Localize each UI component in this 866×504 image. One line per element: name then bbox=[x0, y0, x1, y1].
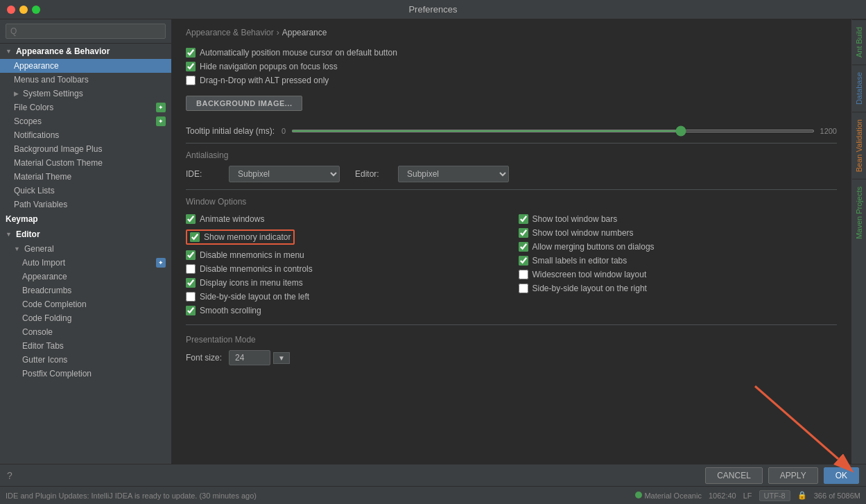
background-image-button[interactable]: BACKGROUND IMAGE... bbox=[186, 96, 302, 111]
checkbox-widescreen-input[interactable] bbox=[519, 270, 528, 279]
checkbox-drag-drop-input[interactable] bbox=[186, 76, 196, 85]
ok-button[interactable]: OK bbox=[824, 467, 859, 484]
sidebar-item-material-theme[interactable]: Material Theme bbox=[0, 170, 171, 184]
divider-2 bbox=[186, 189, 837, 190]
sidebar-item-general[interactable]: ▼ General bbox=[0, 242, 171, 256]
checkbox-display-icons: Display icons in menu items bbox=[186, 276, 505, 290]
right-sidebar: Ant Build Database Bean Validation Maven… bbox=[851, 19, 866, 464]
sidebar-item-background-image-plus[interactable]: Background Image Plus bbox=[0, 142, 171, 156]
status-text: IDE and Plugin Updates: IntelliJ IDEA is… bbox=[6, 492, 627, 500]
sidebar-item-scopes[interactable]: Scopes ✦ bbox=[0, 114, 171, 128]
help-icon[interactable]: ? bbox=[7, 470, 12, 481]
editor-antialiasing-select[interactable]: Subpixel No antialiasing Greyscale bbox=[398, 166, 509, 182]
sidebar-item-menus-toolbars[interactable]: Menus and Toolbars bbox=[0, 73, 171, 87]
checkbox-disable-mnemonics-controls-input[interactable] bbox=[186, 264, 196, 274]
content-area: Appearance & Behavior › Appearance Autom… bbox=[172, 19, 851, 464]
sidebar-item-path-variables[interactable]: Path Variables bbox=[0, 198, 171, 211]
checkbox-small-labels-input[interactable] bbox=[519, 256, 528, 266]
cancel-button[interactable]: CANCEL bbox=[705, 467, 763, 484]
sidebar-item-appearance-editor[interactable]: Appearance bbox=[0, 270, 171, 284]
maximize-button[interactable] bbox=[32, 6, 40, 14]
checkbox-animate-input[interactable] bbox=[186, 214, 196, 224]
right-tab-bean-validation[interactable]: Bean Validation bbox=[852, 112, 866, 179]
chevron-right-icon: ▶ bbox=[14, 90, 19, 97]
sidebar-item-material-custom-theme[interactable]: Material Custom Theme bbox=[0, 156, 171, 170]
apply-button[interactable]: APPLY bbox=[768, 467, 818, 484]
ide-antialiasing-select[interactable]: Subpixel No antialiasing Greyscale bbox=[229, 166, 340, 182]
window-options-section: Window Options Animate windows Show memo… bbox=[186, 197, 837, 318]
plugin-icon-file-colors: ✦ bbox=[156, 103, 166, 112]
sidebar-item-postfix-completion[interactable]: Postfix Completion bbox=[0, 367, 171, 381]
sidebar-item-gutter-icons[interactable]: Gutter Icons bbox=[0, 353, 171, 367]
checkbox-hide-nav-input[interactable] bbox=[186, 62, 196, 71]
lock-icon: 🔒 bbox=[797, 491, 807, 500]
font-size-arrow-button[interactable]: ▼ bbox=[273, 352, 290, 364]
line-ending[interactable]: LF bbox=[743, 492, 752, 500]
main-layout: ▼ Appearance & Behavior Appearance Menus… bbox=[0, 19, 866, 464]
checkbox-drag-drop: Drag-n-Drop with ALT pressed only bbox=[186, 73, 837, 87]
sidebar-item-appearance-behavior[interactable]: ▼ Appearance & Behavior bbox=[0, 44, 171, 59]
checkbox-show-memory-input[interactable] bbox=[190, 232, 200, 242]
close-button[interactable] bbox=[7, 6, 15, 14]
sidebar-item-breadcrumbs[interactable]: Breadcrumbs bbox=[0, 284, 171, 297]
sidebar-item-quick-lists[interactable]: Quick Lists bbox=[0, 184, 171, 198]
checkbox-side-by-side-right: Side-by-side layout on the right bbox=[519, 281, 838, 295]
checkbox-allow-merging-input[interactable] bbox=[519, 242, 528, 252]
sidebar-item-code-folding[interactable]: Code Folding bbox=[0, 311, 171, 325]
minimize-button[interactable] bbox=[19, 6, 28, 14]
cursor-position[interactable]: 1062:40 bbox=[709, 492, 736, 500]
checkbox-auto-position-input[interactable] bbox=[186, 48, 196, 58]
window-options-right: Show tool window bars Show tool window n… bbox=[519, 212, 838, 318]
font-size-input[interactable] bbox=[229, 350, 270, 365]
sidebar-item-code-completion[interactable]: Code Completion bbox=[0, 297, 171, 311]
status-right: Material Oceanic 1062:40 LF UTF-8 🔒 366 … bbox=[635, 490, 860, 501]
checkbox-widescreen: Widescreen tool window layout bbox=[519, 268, 838, 281]
sidebar-item-system-settings[interactable]: ▶ System Settings bbox=[0, 87, 171, 101]
ide-label: IDE: bbox=[186, 169, 220, 179]
window-controls[interactable] bbox=[7, 6, 40, 14]
right-tab-maven-projects[interactable]: Maven Projects bbox=[852, 179, 866, 246]
checkbox-show-memory-row: Show memory indicator bbox=[186, 227, 505, 247]
font-size-row: Font size: ▼ bbox=[186, 350, 837, 365]
checkbox-smooth-scrolling-input[interactable] bbox=[186, 306, 196, 315]
sidebar-item-editor-tabs[interactable]: Editor Tabs bbox=[0, 339, 171, 353]
sidebar-item-appearance[interactable]: Appearance bbox=[0, 59, 171, 73]
editor-label: Editor: bbox=[355, 169, 390, 179]
breadcrumb: Appearance & Behavior › Appearance bbox=[186, 28, 837, 37]
checkbox-side-by-side-right-input[interactable] bbox=[519, 284, 528, 293]
tooltip-slider[interactable] bbox=[291, 130, 814, 132]
sidebar-item-console[interactable]: Console bbox=[0, 325, 171, 339]
sidebar-item-auto-import[interactable]: Auto Import ✦ bbox=[0, 256, 171, 270]
slider-container: 0 1200 bbox=[282, 127, 837, 135]
chevron-down-icon: ▼ bbox=[6, 48, 12, 55]
sidebar: ▼ Appearance & Behavior Appearance Menus… bbox=[0, 19, 172, 464]
sidebar-item-editor[interactable]: ▼ Editor bbox=[0, 227, 171, 242]
search-input[interactable] bbox=[6, 24, 166, 39]
antialiasing-section: Antialiasing IDE: Subpixel No antialiasi… bbox=[186, 150, 837, 182]
checkbox-side-by-side-left-input[interactable] bbox=[186, 292, 196, 302]
memory-indicator[interactable]: 366 of 5086M bbox=[814, 492, 860, 500]
checkbox-disable-mnemonics-menu-input[interactable] bbox=[186, 250, 196, 260]
checkbox-display-icons-input[interactable] bbox=[186, 278, 196, 288]
chevron-down-icon-editor: ▼ bbox=[6, 231, 12, 238]
right-tab-database[interactable]: Database bbox=[852, 64, 866, 112]
theme-dot bbox=[635, 492, 642, 498]
window-options-left: Animate windows Show memory indicator Di… bbox=[186, 212, 505, 318]
chevron-down-icon-general: ▼ bbox=[14, 245, 20, 252]
checkbox-side-by-side-left: Side-by-side layout on the left bbox=[186, 290, 505, 304]
sidebar-item-notifications[interactable]: Notifications bbox=[0, 128, 171, 142]
plugin-icon-scopes: ✦ bbox=[156, 116, 166, 126]
bottom-bar: ? CANCEL APPLY OK bbox=[0, 464, 866, 486]
font-size-input-row: ▼ bbox=[229, 350, 290, 365]
checkbox-hide-nav: Hide navigation popups on focus loss bbox=[186, 60, 837, 73]
encoding[interactable]: UTF-8 bbox=[759, 490, 790, 501]
window-title: Preferences bbox=[408, 4, 457, 15]
presentation-section: Presentation Mode Font size: ▼ bbox=[186, 335, 837, 365]
checkbox-disable-mnemonics-menu: Disable mnemonics in menu bbox=[186, 248, 505, 262]
sidebar-item-keymap[interactable]: Keymap bbox=[0, 211, 171, 227]
right-tab-ant-build[interactable]: Ant Build bbox=[852, 19, 866, 64]
sidebar-item-file-colors[interactable]: File Colors ✦ bbox=[0, 101, 171, 114]
checkbox-show-tool-bars-input[interactable] bbox=[519, 214, 528, 224]
checkbox-show-tool-numbers-input[interactable] bbox=[519, 228, 528, 238]
checkbox-allow-merging: Allow merging buttons on dialogs bbox=[519, 240, 838, 254]
